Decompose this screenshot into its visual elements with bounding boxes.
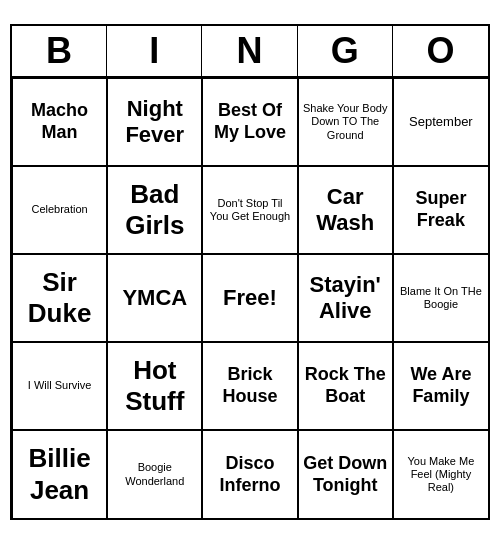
bingo-cell-10: Sir Duke — [12, 254, 107, 342]
bingo-cell-22: Disco Inferno — [202, 430, 297, 518]
cell-text-15: I Will Survive — [28, 379, 92, 392]
cell-text-17: Brick House — [207, 364, 292, 407]
cell-text-6: Bad Girls — [112, 179, 197, 241]
cell-text-23: Get Down Tonight — [303, 453, 388, 496]
cell-text-14: Blame It On THe Boogie — [398, 285, 484, 311]
bingo-cell-20: Billie Jean — [12, 430, 107, 518]
cell-text-1: Night Fever — [112, 96, 197, 149]
header-letter-n: N — [202, 26, 297, 76]
cell-text-24: You Make Me Feel (Mighty Real) — [398, 455, 484, 495]
bingo-cell-19: We Are Family — [393, 342, 488, 430]
cell-text-7: Don't Stop Til You Get Enough — [207, 197, 292, 223]
bingo-cell-9: Super Freak — [393, 166, 488, 254]
cell-text-3: Shake Your Body Down TO The Ground — [303, 102, 388, 142]
cell-text-10: Sir Duke — [17, 267, 102, 329]
header-letter-o: O — [393, 26, 488, 76]
header-letter-g: G — [298, 26, 393, 76]
bingo-cell-14: Blame It On THe Boogie — [393, 254, 488, 342]
cell-text-12: Free! — [223, 285, 277, 311]
bingo-cell-11: YMCA — [107, 254, 202, 342]
cell-text-2: Best Of My Love — [207, 100, 292, 143]
bingo-cell-8: Car Wash — [298, 166, 393, 254]
bingo-cell-0: Macho Man — [12, 78, 107, 166]
bingo-grid: Macho ManNight FeverBest Of My LoveShake… — [12, 78, 488, 518]
cell-text-18: Rock The Boat — [303, 364, 388, 407]
bingo-cell-6: Bad Girls — [107, 166, 202, 254]
bingo-cell-5: Celebration — [12, 166, 107, 254]
bingo-header: BINGO — [12, 26, 488, 78]
cell-text-5: Celebration — [31, 203, 87, 216]
bingo-cell-17: Brick House — [202, 342, 297, 430]
bingo-cell-7: Don't Stop Til You Get Enough — [202, 166, 297, 254]
bingo-cell-3: Shake Your Body Down TO The Ground — [298, 78, 393, 166]
cell-text-16: Hot Stuff — [112, 355, 197, 417]
bingo-cell-21: Boogie Wonderland — [107, 430, 202, 518]
cell-text-9: Super Freak — [398, 188, 484, 231]
cell-text-22: Disco Inferno — [207, 453, 292, 496]
bingo-cell-12: Free! — [202, 254, 297, 342]
bingo-cell-1: Night Fever — [107, 78, 202, 166]
bingo-cell-4: September — [393, 78, 488, 166]
cell-text-19: We Are Family — [398, 364, 484, 407]
cell-text-11: YMCA — [122, 285, 187, 311]
bingo-card: BINGO Macho ManNight FeverBest Of My Lov… — [10, 24, 490, 520]
cell-text-4: September — [409, 114, 473, 130]
bingo-cell-13: Stayin' Alive — [298, 254, 393, 342]
cell-text-13: Stayin' Alive — [303, 272, 388, 325]
header-letter-b: B — [12, 26, 107, 76]
cell-text-21: Boogie Wonderland — [112, 461, 197, 487]
bingo-cell-24: You Make Me Feel (Mighty Real) — [393, 430, 488, 518]
cell-text-8: Car Wash — [303, 184, 388, 237]
header-letter-i: I — [107, 26, 202, 76]
bingo-cell-15: I Will Survive — [12, 342, 107, 430]
bingo-cell-16: Hot Stuff — [107, 342, 202, 430]
bingo-cell-2: Best Of My Love — [202, 78, 297, 166]
cell-text-0: Macho Man — [17, 100, 102, 143]
bingo-cell-23: Get Down Tonight — [298, 430, 393, 518]
cell-text-20: Billie Jean — [17, 443, 102, 505]
bingo-cell-18: Rock The Boat — [298, 342, 393, 430]
